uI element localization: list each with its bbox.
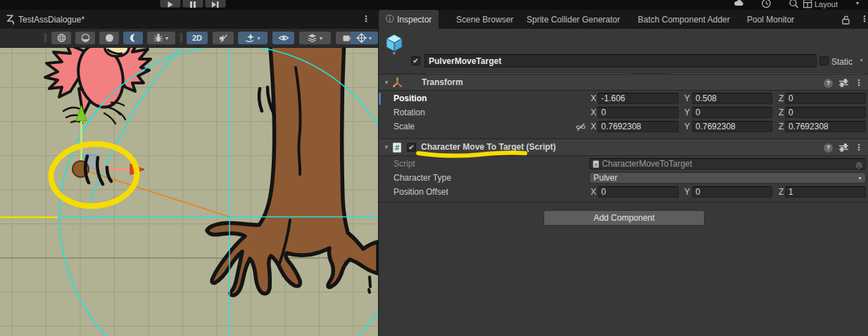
gameobject-active-checkbox[interactable]: ✔ — [411, 56, 420, 65]
tab-inspector[interactable]: ⓘ Inspector — [379, 10, 439, 29]
help-icon[interactable]: ? — [824, 143, 833, 153]
play-icon — [168, 1, 174, 8]
script-kebab[interactable]: ⋮ — [855, 143, 863, 153]
scene-viewport[interactable] — [0, 48, 378, 336]
scene-menu-kebab[interactable]: ⋮ — [362, 14, 370, 24]
scene-gizmo-dropdown-button[interactable]: ▼ — [351, 32, 378, 44]
gizmo-orange-link-line — [82, 169, 229, 217]
lock-icon[interactable] — [842, 15, 850, 27]
step-button[interactable] — [205, 0, 226, 8]
position-z-field[interactable]: 0 — [785, 93, 866, 104]
debug-bug-dropdown-button[interactable]: ▼ — [147, 32, 175, 44]
rotation-z-field[interactable]: 0 — [785, 107, 866, 118]
script-object-field[interactable]: #CharacterMoveToTarget ◎ — [589, 158, 866, 169]
scale-x-field[interactable]: 0.7692308 — [598, 121, 679, 132]
effects-star-icon — [244, 33, 255, 43]
transform-kebab[interactable]: ⋮ — [855, 78, 863, 88]
transform-title: Transform — [422, 77, 463, 87]
tab-pool-monitor[interactable]: Pool Monitor — [740, 10, 801, 29]
speaker-muted-icon — [218, 34, 228, 43]
shading-shaded-wireframe-button[interactable] — [75, 32, 95, 44]
gameobject-name-field[interactable] — [424, 54, 817, 67]
tab-scene-browser[interactable]: Scene Browser — [449, 10, 520, 29]
character-type-dropdown[interactable]: Pulver ▼ — [589, 172, 866, 183]
effects-caret-icon: ▼ — [256, 36, 261, 41]
toolbar-separator — [44, 33, 45, 43]
toolbar-separator — [180, 33, 181, 43]
transform-header[interactable]: ▼ Transform ? ⋮ — [379, 74, 868, 91]
info-icon: ⓘ — [386, 13, 394, 25]
rotation-x-field[interactable]: 0 — [598, 107, 679, 118]
axis-y-label: Y — [684, 122, 690, 131]
layout-caret-icon[interactable]: ▾ — [856, 0, 859, 10]
presets-icon[interactable] — [839, 79, 848, 87]
add-component-button[interactable]: Add Component — [543, 210, 705, 226]
object-picker-icon[interactable]: ◎ — [855, 160, 862, 169]
character-type-label: Character Type — [394, 173, 451, 183]
help-icon[interactable]: ? — [824, 79, 833, 88]
moon-icon — [128, 33, 138, 43]
layers-dropdown-button[interactable]: ▼ — [299, 32, 331, 44]
presets-icon[interactable] — [839, 143, 848, 152]
mode-2d-label: 2D — [192, 34, 202, 42]
section-divider — [379, 202, 868, 202]
constrain-proportions-icon[interactable] — [576, 122, 586, 134]
static-checkbox[interactable] — [819, 56, 829, 65]
static-label: Static — [831, 57, 853, 67]
rotation-y-field[interactable]: 0 — [692, 107, 772, 118]
offset-z-field[interactable]: 1 — [785, 186, 866, 198]
shading-solid-button[interactable] — [99, 32, 119, 44]
offset-y-field[interactable]: 0 — [692, 186, 772, 198]
pause-icon — [190, 1, 196, 8]
svg-text:#: # — [395, 143, 399, 152]
scale-y-field[interactable]: 0.7692308 — [692, 121, 772, 132]
tab-label: Inspector — [397, 15, 432, 25]
position-offset-row: Position Offset X 0 Y 0 Z 1 — [379, 186, 868, 198]
tab-batch-component-adder[interactable]: Batch Component Adder — [631, 10, 737, 29]
axis-x-label: X — [591, 93, 596, 103]
play-button[interactable] — [160, 0, 181, 8]
transform-foldout-icon[interactable]: ▼ — [384, 79, 389, 86]
character-type-caret-icon: ▼ — [857, 176, 862, 181]
scene-lighting-button[interactable] — [123, 32, 143, 44]
tab-sprite-collider-generator[interactable]: Sprite Collider Generator — [520, 10, 627, 29]
inspector-tab-bar: ⓘ Inspector Scene Browser Sprite Collide… — [379, 10, 868, 29]
scene-tab-title[interactable]: TestAssDialogue* — [18, 15, 84, 25]
shading-wireframe-button[interactable] — [51, 32, 71, 44]
audio-mute-button[interactable] — [213, 32, 234, 44]
effects-dropdown-button[interactable]: ▼ — [238, 32, 268, 44]
layout-dropdown[interactable]: Layout — [814, 0, 838, 10]
layout-grid-icon[interactable] — [803, 0, 812, 10]
eye-icon — [278, 34, 289, 42]
layers-icon — [307, 33, 317, 43]
gameobject-icon-caret[interactable]: ▾ — [393, 51, 396, 56]
character-type-row: Character Type Pulver ▼ — [379, 172, 868, 184]
position-x-field[interactable]: -1.606 — [598, 93, 679, 104]
tab-label: Batch Component Adder — [638, 15, 730, 25]
solid-circle-icon — [104, 33, 115, 43]
cloud-icon[interactable] — [734, 0, 745, 10]
search-icon[interactable] — [788, 0, 799, 10]
scale-z-field[interactable]: 0.7692308 — [785, 121, 866, 132]
bug-icon — [153, 33, 163, 43]
sphere-wireframe-icon — [56, 33, 67, 43]
character-type-value: Pulver — [593, 173, 617, 183]
mode-2d-button[interactable]: 2D — [187, 32, 208, 44]
orientation-gizmo-icon — [356, 33, 367, 43]
scale-row: Scale X 0.7692308 Y 0.7692308 Z 0.769230… — [379, 120, 868, 133]
history-clock-icon[interactable] — [761, 0, 772, 10]
axis-x-label: X — [591, 122, 596, 131]
scene-visibility-button[interactable] — [272, 32, 294, 44]
static-caret-icon[interactable]: ▾ — [860, 58, 863, 63]
position-y-field[interactable]: 0.508 — [692, 93, 772, 104]
script-foldout-icon[interactable]: ▼ — [384, 144, 389, 150]
inspector-menu-kebab[interactable]: ⋮ — [860, 14, 868, 24]
gameobject-header: ▾ ✔ Static ▾ Tag Untagged ▼ Layer Defaul… — [379, 29, 868, 73]
scene-toolbar: ▼ 2D ▼ ▼ ▼ ▼ — [0, 29, 378, 48]
pause-button[interactable] — [182, 0, 203, 8]
position-label: Position — [394, 93, 427, 103]
svg-text:#: # — [594, 162, 598, 168]
script-field-label: Script — [394, 159, 415, 169]
scene-canvas — [0, 48, 378, 336]
offset-x-field[interactable]: 0 — [598, 186, 679, 198]
